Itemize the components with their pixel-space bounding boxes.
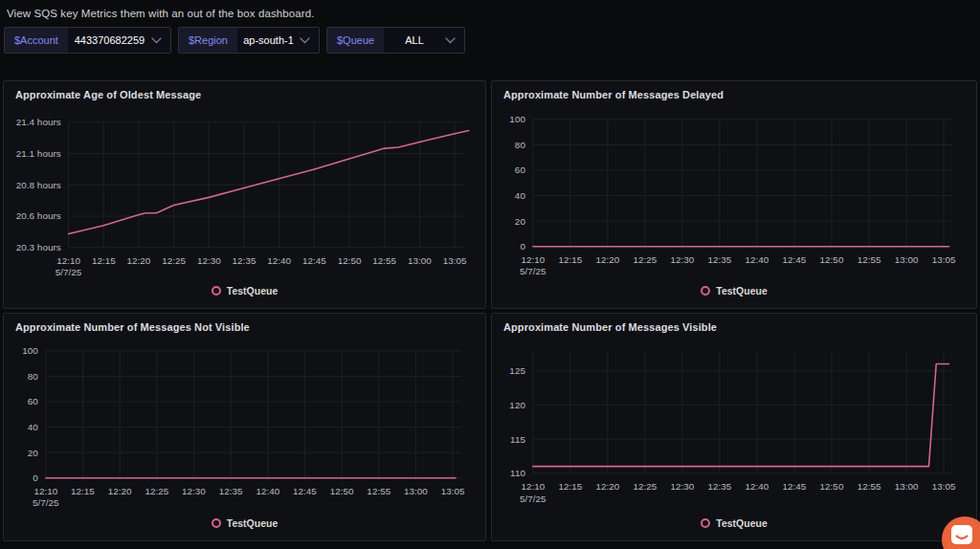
svg-text:110: 110: [510, 468, 525, 478]
svg-text:12:10: 12:10: [33, 485, 57, 495]
panel-grid: Approximate Age of Oldest Message 20.3 h…: [3, 80, 977, 541]
svg-text:12:55: 12:55: [367, 485, 390, 495]
series-marker-icon: [701, 286, 710, 296]
svg-text:12:40: 12:40: [746, 480, 769, 491]
dashboard-description: View SQS key Metrics them with an out of…: [0, 0, 980, 19]
panel-title[interactable]: Approximate Number of Messages Not Visib…: [4, 314, 485, 339]
svg-text:0: 0: [33, 472, 38, 483]
svg-text:12:20: 12:20: [127, 254, 151, 265]
svg-text:12:35: 12:35: [219, 485, 243, 495]
svg-text:12:45: 12:45: [783, 253, 807, 264]
chat-smile-icon: [950, 524, 973, 546]
variable-queue-dropdown[interactable]: $Queue ALL: [326, 27, 465, 54]
legend-item[interactable]: TestQueue: [492, 285, 976, 308]
svg-text:12:15: 12:15: [558, 253, 582, 264]
svg-text:12:30: 12:30: [671, 253, 695, 264]
variable-region-value[interactable]: ap-south-1: [237, 28, 300, 53]
svg-text:80: 80: [515, 140, 526, 150]
svg-text:0: 0: [520, 241, 525, 252]
svg-text:12:55: 12:55: [858, 480, 881, 491]
svg-text:12:30: 12:30: [671, 480, 695, 491]
svg-text:40: 40: [28, 422, 39, 432]
svg-text:12:35: 12:35: [708, 480, 732, 491]
svg-text:21.4 hours: 21.4 hours: [16, 117, 61, 127]
chart-age-of-oldest-message[interactable]: 20.3 hours20.6 hours20.8 hours21.1 hours…: [4, 106, 485, 285]
svg-text:12:40: 12:40: [256, 485, 279, 495]
svg-text:12:20: 12:20: [595, 253, 619, 264]
svg-text:100: 100: [509, 114, 525, 124]
svg-text:5/7/25: 5/7/25: [520, 493, 546, 503]
legend-item[interactable]: TestQueue: [4, 517, 485, 540]
svg-text:12:15: 12:15: [558, 480, 582, 491]
svg-text:12:40: 12:40: [746, 253, 769, 264]
chart-messages-not-visible[interactable]: 02040608010012:105/7/2512:1512:2012:2512…: [4, 339, 485, 517]
panel-messages-delayed: Approximate Number of Messages Delayed 0…: [491, 80, 977, 309]
svg-text:12:50: 12:50: [338, 254, 362, 265]
chart-messages-visible[interactable]: 11011512012512:105/7/2512:1512:2012:2512…: [492, 339, 976, 517]
panel-title[interactable]: Approximate Number of Messages Visible: [492, 314, 976, 339]
svg-text:12:50: 12:50: [820, 253, 844, 264]
svg-text:12:35: 12:35: [233, 254, 256, 265]
svg-text:12:20: 12:20: [108, 485, 132, 495]
variable-account-dropdown[interactable]: $Account 443370682259: [4, 27, 171, 54]
chevron-down-icon[interactable]: [445, 28, 464, 53]
svg-text:12:35: 12:35: [708, 253, 732, 264]
chevron-down-icon[interactable]: [151, 28, 170, 53]
panel-title[interactable]: Approximate Number of Messages Delayed: [492, 81, 976, 106]
series-marker-icon: [212, 286, 221, 296]
svg-text:12:55: 12:55: [372, 254, 396, 265]
variable-queue-label: $Queue: [327, 28, 384, 53]
series-name: TestQueue: [227, 517, 278, 529]
svg-text:12:25: 12:25: [634, 480, 657, 491]
svg-text:12:25: 12:25: [634, 253, 657, 264]
svg-text:5/7/25: 5/7/25: [520, 266, 546, 276]
svg-text:100: 100: [22, 345, 38, 356]
svg-text:13:05: 13:05: [932, 480, 956, 491]
svg-text:12:45: 12:45: [293, 485, 317, 495]
svg-text:13:00: 13:00: [895, 253, 919, 264]
chart-messages-delayed[interactable]: 02040608010012:105/7/2512:1512:2012:2512…: [492, 106, 976, 285]
variable-queue-value[interactable]: ALL: [384, 28, 445, 53]
svg-text:12:25: 12:25: [162, 254, 186, 265]
svg-text:60: 60: [28, 396, 39, 406]
svg-text:20: 20: [28, 447, 39, 457]
svg-text:12:30: 12:30: [182, 485, 206, 495]
svg-text:80: 80: [28, 371, 39, 382]
variable-region-label: $Region: [179, 28, 237, 53]
series-marker-icon: [701, 518, 710, 528]
svg-text:13:00: 13:00: [404, 485, 428, 495]
variable-account-value[interactable]: 443370682259: [68, 28, 151, 53]
svg-text:12:45: 12:45: [783, 480, 807, 491]
series-name: TestQueue: [716, 517, 767, 529]
svg-text:12:15: 12:15: [92, 254, 116, 265]
svg-text:120: 120: [509, 400, 525, 410]
svg-text:12:15: 12:15: [71, 485, 95, 495]
variable-account-label: $Account: [5, 28, 68, 53]
series-name: TestQueue: [227, 285, 278, 296]
svg-text:12:20: 12:20: [595, 480, 619, 491]
legend-item[interactable]: TestQueue: [4, 285, 485, 308]
svg-text:21.1 hours: 21.1 hours: [16, 148, 61, 159]
svg-text:12:50: 12:50: [330, 485, 354, 495]
chevron-down-icon[interactable]: [300, 28, 319, 53]
series-marker-icon: [212, 518, 221, 528]
variables-row: $Account 443370682259 $Region ap-south-1…: [4, 27, 980, 54]
svg-text:20.8 hours: 20.8 hours: [16, 180, 61, 190]
svg-text:13:05: 13:05: [932, 253, 956, 264]
svg-text:5/7/25: 5/7/25: [33, 497, 59, 508]
svg-text:12:55: 12:55: [858, 253, 881, 264]
legend-item[interactable]: TestQueue: [492, 517, 976, 540]
svg-text:12:40: 12:40: [267, 254, 291, 265]
svg-text:20.6 hours: 20.6 hours: [16, 210, 61, 221]
svg-text:5/7/25: 5/7/25: [56, 267, 82, 277]
svg-text:12:10: 12:10: [56, 254, 80, 265]
svg-text:12:50: 12:50: [820, 480, 844, 491]
svg-text:125: 125: [509, 365, 525, 376]
variable-region-dropdown[interactable]: $Region ap-south-1: [178, 27, 320, 54]
panel-title[interactable]: Approximate Age of Oldest Message: [4, 81, 485, 106]
svg-text:13:05: 13:05: [441, 485, 465, 495]
svg-text:60: 60: [515, 165, 526, 175]
svg-text:13:00: 13:00: [895, 480, 919, 491]
svg-text:20.3 hours: 20.3 hours: [16, 242, 61, 253]
series-name: TestQueue: [716, 285, 767, 296]
